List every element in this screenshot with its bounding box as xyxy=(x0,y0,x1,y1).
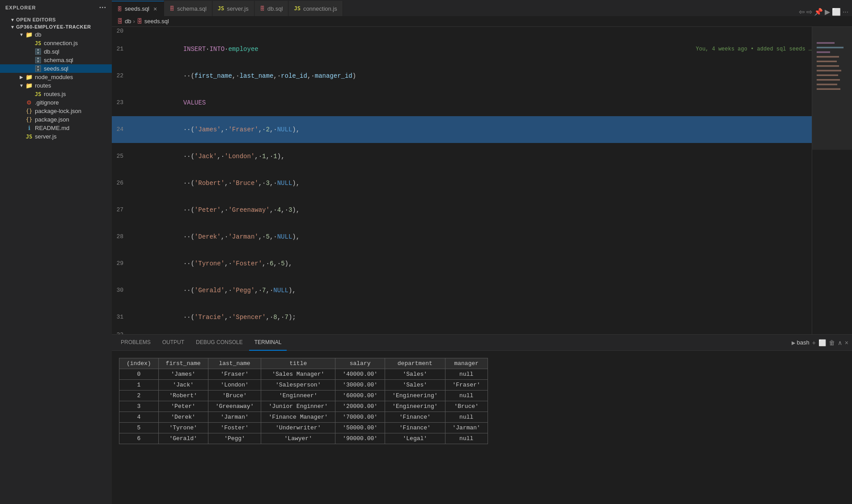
table-cell-first_name: 'Peter' xyxy=(158,401,208,412)
new-terminal-icon[interactable]: + xyxy=(812,339,816,346)
table-cell-salary: '90000.00' xyxy=(335,433,385,444)
kill-terminal-icon[interactable]: 🗑 xyxy=(829,339,835,346)
code-lines: 20 21 INSERT·INTO·employee You, 4 weeks … xyxy=(112,27,812,334)
panel-tabs: PROBLEMS OUTPUT DEBUG CONSOLE TERMINAL ▶… xyxy=(112,335,852,351)
chevron-down-icon: ▼ xyxy=(18,32,25,37)
table-cell-first_name: 'Gerald' xyxy=(158,433,208,444)
table-cell-salary: '70000.00' xyxy=(335,412,385,423)
terminal-label: TERMINAL xyxy=(254,339,282,345)
col-department: department xyxy=(385,358,445,369)
close-panel-icon[interactable]: × xyxy=(845,339,848,346)
sidebar-section-open-editors[interactable]: ▼ OPEN EDITORS xyxy=(0,16,112,23)
sidebar-item-seeds-sql[interactable]: 🗄️ seeds.sql xyxy=(0,64,112,73)
tab-sql-icon: 🗄 xyxy=(117,6,122,12)
code-line-27: 27 ··('Peter',·'Greenaway',·4,·3), xyxy=(112,197,812,223)
sidebar-tree: ▼ OPEN EDITORS ▼ GP360-EMPLOYEE-TRACKER … xyxy=(0,15,112,504)
code-line-30: 30 ··('Gerald',·'Pegg',·7,·NULL), xyxy=(112,277,812,304)
table-cell-manager: 'Fraser' xyxy=(445,380,487,391)
code-editor[interactable]: 20 21 INSERT·INTO·employee You, 4 weeks … xyxy=(112,27,812,334)
svg-rect-12 xyxy=(812,27,852,150)
sidebar: EXPLORER ··· ▼ OPEN EDITORS ▼ GP360-EMPL… xyxy=(0,0,112,504)
chevron-right-icon: ▶ xyxy=(18,75,25,80)
sidebar-menu-icon[interactable]: ··· xyxy=(99,4,106,12)
connection-js-label: connection.js xyxy=(44,40,78,46)
breadcrumb-db[interactable]: db xyxy=(125,18,131,25)
tab-seeds-sql[interactable]: 🗄 seeds.sql × xyxy=(112,1,164,16)
sidebar-item-db-sql[interactable]: 🗄️ db.sql xyxy=(0,47,112,56)
table-cell-title: 'Finance Manager' xyxy=(261,412,335,423)
split-right-icon[interactable]: ⇨ xyxy=(806,8,812,16)
maximize-panel-icon[interactable]: ∧ xyxy=(838,339,842,346)
tab-output[interactable]: OUTPUT xyxy=(157,335,190,351)
tab-connection-js[interactable]: JS connection.js xyxy=(288,1,343,16)
line-content: ··('Jack',·'London',·1,·1), xyxy=(131,143,812,170)
table-cell-manager: 'Jarman' xyxy=(445,423,487,433)
sidebar-item-connection-js[interactable]: JS connection.js xyxy=(0,39,112,47)
line-content: ··('Gerald',·'Pegg',·7,·NULL), xyxy=(131,277,812,304)
breadcrumb-sql-icon2: 🗄 xyxy=(137,18,143,25)
table-cell-title: 'Enginneer' xyxy=(261,391,335,401)
table-cell-first_name: 'Tyrone' xyxy=(158,423,208,433)
tab-seeds-label: seeds.sql xyxy=(125,5,149,12)
code-line-31: 31 ··('Tracie',·'Spencer',·8,·7); xyxy=(112,304,812,331)
tab-terminal[interactable]: TERMINAL xyxy=(249,335,287,351)
tab-close-icon[interactable]: × xyxy=(152,5,158,13)
sidebar-item-node-modules[interactable]: ▶ 📁 node_modules xyxy=(0,73,112,81)
tab-connection-label: connection.js xyxy=(303,5,337,12)
tab-db-sql[interactable]: 🗄 db.sql xyxy=(254,1,289,16)
table-cell-department: 'Sales' xyxy=(385,380,445,391)
editor-scroll[interactable]: 20 21 INSERT·INTO·employee You, 4 weeks … xyxy=(112,27,812,334)
node-modules-label: node_modules xyxy=(35,74,73,80)
split-terminal-icon[interactable]: ⬜ xyxy=(818,339,826,346)
sidebar-section-project[interactable]: ▼ GP360-EMPLOYEE-TRACKER xyxy=(0,23,112,30)
line-content: ··('Robert',·'Bruce',·3,·NULL), xyxy=(131,170,812,197)
tab-debug-console[interactable]: DEBUG CONSOLE xyxy=(191,335,248,351)
sidebar-item-package-json[interactable]: {} package.json xyxy=(0,115,112,124)
git-icon: ⚙ xyxy=(25,99,33,106)
table-row: 6'Gerald''Pegg''Lawyer''90000.00''Legal'… xyxy=(119,433,488,444)
sidebar-item-gitignore[interactable]: ⚙ .gitignore xyxy=(0,98,112,107)
line-content: ··('Peter',·'Greenaway',·4,·3), xyxy=(131,197,812,223)
table-cell-index: 0 xyxy=(119,369,159,380)
sidebar-item-db[interactable]: ▼ 📁 db xyxy=(0,30,112,39)
run-icon[interactable]: ▶ xyxy=(825,8,830,16)
code-line-25: 25 ··('Jack',·'London',·1,·1), xyxy=(112,143,812,170)
panel: PROBLEMS OUTPUT DEBUG CONSOLE TERMINAL ▶… xyxy=(112,334,852,504)
sidebar-item-routes-js[interactable]: JS routes.js xyxy=(0,90,112,98)
git-blame: You, 4 weeks ago • added sql seeds … xyxy=(696,45,812,54)
split-left-icon[interactable]: ⇦ xyxy=(799,8,805,16)
project-label: GP360-EMPLOYEE-TRACKER xyxy=(16,24,91,29)
table-row: 2'Robert''Bruce''Enginneer''60000.00''En… xyxy=(119,391,488,401)
breadcrumb-seeds[interactable]: seeds.sql xyxy=(144,18,169,25)
table-cell-salary: '20000.00' xyxy=(335,401,385,412)
folder-icon: 📁 xyxy=(25,74,33,80)
table-cell-last_name: 'Fraser' xyxy=(208,369,261,380)
tab-schema-sql[interactable]: 🗄 schema.sql xyxy=(164,1,212,16)
code-line-20: 20 xyxy=(112,27,812,36)
sidebar-item-routes[interactable]: ▼ 📁 routes xyxy=(0,81,112,90)
js-file-icon: JS xyxy=(34,91,42,97)
chevron-icon: ▼ xyxy=(9,17,16,22)
db-folder-label: db xyxy=(35,31,41,38)
table-cell-manager: null xyxy=(445,433,487,444)
tab-problems[interactable]: PROBLEMS xyxy=(115,335,156,351)
chevron-icon: ▼ xyxy=(9,25,16,29)
table-cell-department: 'Sales' xyxy=(385,369,445,380)
terminal-content[interactable]: (index) first_name last_name title salar… xyxy=(112,351,852,504)
debug-label: DEBUG CONSOLE xyxy=(196,339,243,345)
seeds-sql-label: seeds.sql xyxy=(44,65,68,72)
table-cell-title: 'Salesperson' xyxy=(261,380,335,391)
sidebar-item-server-js[interactable]: JS server.js xyxy=(0,132,112,141)
pin-icon[interactable]: 📌 xyxy=(814,8,823,16)
minimap-svg xyxy=(812,27,852,334)
more-icon[interactable]: ··· xyxy=(843,8,848,16)
sidebar-item-schema-sql[interactable]: 🗄️ schema.sql xyxy=(0,56,112,64)
tab-server-js[interactable]: JS server.js xyxy=(212,1,254,16)
layout-icon[interactable]: ⬜ xyxy=(832,8,841,16)
line-number: 32 xyxy=(112,331,131,334)
sidebar-item-readme[interactable]: ℹ README.md xyxy=(0,124,112,132)
tab-server-label: server.js xyxy=(227,5,248,12)
line-number: 29 xyxy=(112,259,131,268)
table-cell-manager: null xyxy=(445,369,487,380)
sidebar-item-package-lock[interactable]: {} package-lock.json xyxy=(0,107,112,115)
